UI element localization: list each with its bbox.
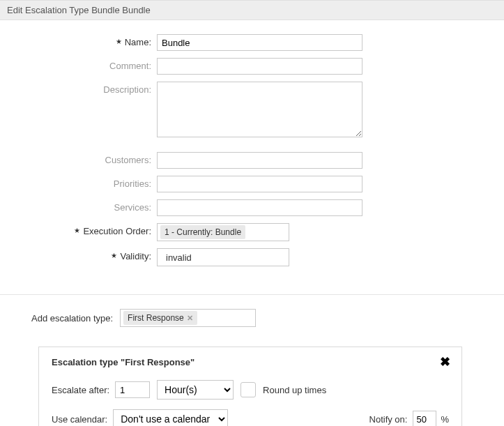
execution-order-token: 1 - Currently: Bundle xyxy=(160,225,245,239)
validity-label: ★Validity: xyxy=(0,248,157,261)
services-input[interactable] xyxy=(157,199,362,216)
escalate-after-input[interactable] xyxy=(115,381,150,398)
escalation-card-title: Escalation type "First Response" xyxy=(52,357,449,367)
notify-suffix: % xyxy=(441,414,449,425)
escalation-card: ✖ Escalation type "First Response" Escal… xyxy=(38,347,462,426)
calendar-select[interactable]: Don't use a calendar xyxy=(113,409,228,426)
name-label: ★Name: xyxy=(0,34,157,47)
notify-on-label: Notify on: xyxy=(369,414,408,425)
customers-input[interactable] xyxy=(157,152,362,169)
remove-token-icon[interactable]: ✕ xyxy=(187,312,193,324)
notify-on-input[interactable] xyxy=(413,411,436,426)
add-escalation-label: Add escalation type: xyxy=(31,313,113,324)
divider xyxy=(0,294,504,295)
description-label: Description: xyxy=(0,82,157,95)
escalate-unit-select[interactable]: Hour(s) xyxy=(157,380,234,400)
description-textarea[interactable] xyxy=(157,82,362,137)
services-label: Services: xyxy=(0,199,157,213)
validity-select[interactable]: invalid xyxy=(157,248,289,266)
escalate-after-label: Escalate after: xyxy=(52,385,109,395)
close-icon[interactable]: ✖ xyxy=(440,356,450,368)
required-star-icon: ★ xyxy=(116,38,122,45)
add-escalation-row: Add escalation type: First Response ✕ xyxy=(31,309,504,327)
form-area: ★Name: Comment: Description: Customers: xyxy=(0,20,504,280)
use-calendar-label: Use calendar: xyxy=(52,414,107,425)
execution-order-label: ★Execution Order: xyxy=(0,223,157,236)
validity-value: invalid xyxy=(162,251,196,264)
edit-escalation-panel: Edit Escalation Type Bundle Bundle ★Name… xyxy=(0,0,504,426)
required-star-icon: ★ xyxy=(74,227,80,234)
round-up-checkbox[interactable] xyxy=(240,382,256,397)
add-escalation-select[interactable]: First Response ✕ xyxy=(120,309,256,327)
customers-label: Customers: xyxy=(0,152,157,165)
priorities-label: Priorities: xyxy=(0,176,157,189)
comment-label: Comment: xyxy=(0,58,157,71)
execution-order-select[interactable]: 1 - Currently: Bundle xyxy=(157,223,289,241)
panel-title: Edit Escalation Type Bundle Bundle xyxy=(0,0,504,20)
name-input[interactable] xyxy=(157,34,362,51)
required-star-icon: ★ xyxy=(111,252,117,259)
comment-input[interactable] xyxy=(157,58,362,75)
add-escalation-token: First Response ✕ xyxy=(123,311,197,325)
round-up-label: Round up times xyxy=(263,385,326,395)
priorities-input[interactable] xyxy=(157,176,362,192)
